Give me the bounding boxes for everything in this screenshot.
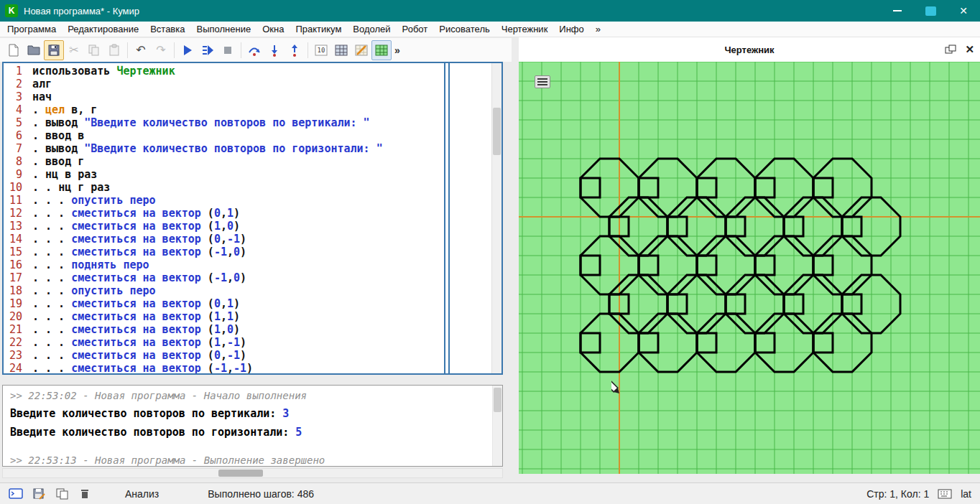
step-over-button[interactable] (244, 40, 264, 60)
run-button[interactable] (177, 40, 198, 60)
new-file-button[interactable] (4, 40, 24, 60)
close-button[interactable]: ✕ (947, 0, 980, 22)
code-text: . . . поднять перо (32, 258, 149, 271)
status-bar: Анализ Выполнено шагов: 486 Стр: 1, Кол:… (0, 482, 980, 504)
close-icon: ✕ (959, 5, 968, 17)
menu-item-3[interactable]: Вставка (144, 22, 190, 36)
pen-cursor (611, 375, 636, 399)
drafter-close-icon[interactable]: ✕ (965, 43, 974, 56)
drafter-icon (374, 43, 389, 57)
menu-item-5[interactable]: Окна (256, 22, 290, 36)
cut-button[interactable]: ✂ (64, 40, 84, 60)
code-editor[interactable]: 1использовать Чертежник2алг3нач4. цел в,… (2, 62, 503, 375)
copy-all-icon[interactable] (56, 488, 69, 500)
code-text: . ввод в (32, 129, 84, 142)
run-icon (180, 43, 195, 57)
code-line: 14. . . сместиться на вектор (0,-1) (4, 233, 491, 246)
new-file-icon (6, 43, 21, 57)
line-number: 22 (4, 336, 32, 349)
console-hscrollbar[interactable] (2, 468, 503, 478)
code-line: 2алг (4, 78, 491, 90)
cut-icon: ✂ (69, 43, 78, 57)
save-icon (47, 43, 61, 57)
menu-item-10[interactable]: Чертежник (496, 22, 554, 36)
console-toggle-icon[interactable] (9, 488, 23, 500)
redo-icon: ↷ (156, 43, 165, 57)
code-line: 24. . . сместиться на вектор (-1,-1) (4, 362, 491, 373)
redo-button[interactable]: ↷ (151, 40, 171, 60)
menu-item-11[interactable]: Инфо (553, 22, 589, 36)
drafter-button[interactable] (371, 40, 392, 60)
line-number: 15 (4, 246, 32, 258)
menu-item-12[interactable]: » (590, 22, 606, 36)
line-number: 18 (4, 284, 32, 297)
toolbar: ✂ ↶ ↷ 10 » (0, 38, 512, 62)
code-text: . ввод г (32, 155, 84, 168)
toolbar-separator (174, 42, 175, 58)
code-text: . . нц г раз (32, 181, 110, 194)
window-title: Новая программа* - Кумир (24, 6, 139, 17)
copy-button[interactable] (84, 40, 104, 60)
console-scrollbar-thumb[interactable] (494, 388, 501, 412)
console-hscrollbar-thumb[interactable] (218, 470, 263, 477)
line-number: 13 (4, 220, 32, 233)
stop-button[interactable] (218, 40, 238, 60)
code-text: . вывод "Введите количество повторов по … (32, 142, 383, 155)
title-bar: K Новая программа* - Кумир ✕ (0, 0, 980, 22)
line-number: 19 (4, 297, 32, 310)
code-text: нач (32, 90, 52, 103)
svg-text:10: 10 (318, 47, 325, 54)
line-number: 5 (4, 116, 32, 129)
painter-button[interactable] (351, 40, 371, 60)
code-line: 16. . . поднять перо (4, 258, 491, 271)
drafter-header-buttons: ✕ (945, 37, 974, 62)
console-scrollbar[interactable] (492, 386, 502, 466)
line-number: 21 (4, 323, 32, 336)
maximize-icon (925, 6, 936, 16)
drafter-canvas[interactable] (519, 62, 980, 474)
editor-scrollbar[interactable] (491, 63, 501, 373)
painter-icon (354, 43, 369, 57)
code-line: 13. . . сместиться на вектор (1,0) (4, 220, 491, 233)
keyboard-layout-icon[interactable] (938, 489, 952, 499)
save-button[interactable] (44, 40, 64, 60)
line-number: 7 (4, 142, 32, 155)
cursor-position: Стр: 1, Кол: 1 (866, 488, 929, 500)
menu-item-1[interactable]: Программа (1, 22, 62, 36)
menu-item-2[interactable]: Редактирование (62, 22, 144, 36)
minimize-button[interactable] (881, 0, 914, 22)
maximize-button[interactable] (914, 0, 947, 22)
run-step-button[interactable] (198, 40, 218, 60)
line-number: 4 (4, 103, 32, 116)
editor-scrollbar-thumb[interactable] (493, 108, 501, 155)
line-number: 11 (4, 194, 32, 207)
toolbar-more-button[interactable]: » (392, 45, 403, 56)
code-text: . . . сместиться на вектор (1,0) (32, 220, 240, 233)
drafter-menu-button[interactable] (535, 75, 550, 88)
menu-item-9[interactable]: Рисователь (433, 22, 495, 36)
save-state-icon[interactable] (33, 488, 46, 500)
step-into-button[interactable] (264, 40, 285, 60)
paste-button[interactable] (104, 40, 124, 60)
console-line: >> 22:53:13 - Новая программа - Выполнен… (10, 454, 495, 466)
statusbar-icons (9, 488, 91, 500)
step-out-button[interactable] (285, 40, 305, 60)
open-file-button[interactable] (24, 40, 44, 60)
margins-button[interactable]: 10 (311, 40, 331, 60)
undock-icon[interactable] (945, 45, 956, 55)
drafter-title: Чертежник (724, 45, 774, 55)
grid-button[interactable] (331, 40, 351, 60)
menu-item-8[interactable]: Робот (397, 22, 434, 36)
code-line: 4. цел в, г (4, 103, 491, 116)
io-console[interactable]: >> 22:53:02 - Новая программа - Начало в… (2, 385, 503, 467)
steps-value: 486 (297, 488, 314, 500)
menu-bar: ПрограммаРедактированиеВставкаВыполнение… (0, 22, 980, 37)
keyboard-layout-label: lat (961, 488, 971, 500)
menu-item-6[interactable]: Практикум (290, 22, 347, 36)
code-text: . . . сместиться на вектор (0,1) (32, 207, 240, 220)
menu-item-4[interactable]: Выполнение (190, 22, 256, 36)
menu-item-7[interactable]: Водолей (347, 22, 396, 36)
undo-button[interactable]: ↶ (131, 40, 151, 60)
clear-console-icon[interactable] (79, 488, 91, 500)
code-text: . . . опустить перо (32, 284, 156, 297)
